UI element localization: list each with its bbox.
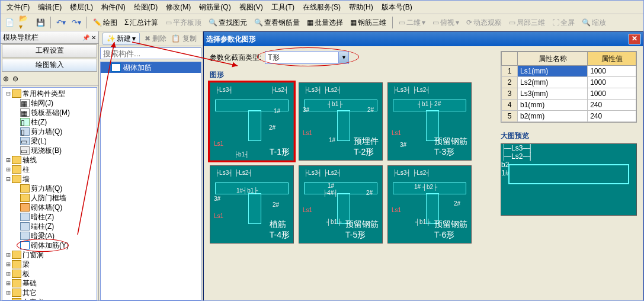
component-list[interactable]: 砌体加筋 [100, 62, 201, 300]
tree-node-axis[interactable]: 轴线 [23, 155, 37, 165]
type-label: 参数化截面类型: [210, 53, 261, 63]
menu-modify[interactable]: 修改(M) [162, 1, 194, 14]
preview-section: 大图预览 ├─Ls3─┤ ├─Ls2─┤ b2 1# [501, 130, 637, 216]
menu-component[interactable]: 构件(N) [98, 1, 129, 14]
search-input[interactable] [100, 47, 201, 59]
menu-tools[interactable]: 工具(T) [268, 1, 298, 14]
delete-button[interactable]: ✖ 删除 [145, 34, 166, 44]
shape-thumb-t4[interactable]: ├Ls3┤ ├Ls2┤ 3#1#┤b1├2# Ls1 植筋T-4形 [210, 165, 294, 244]
menu-floor[interactable]: 楼层(L) [66, 1, 97, 14]
tree-item[interactable]: 筏板基础(M) [31, 108, 70, 118]
app-window: 文件(F) 编辑(E) 楼层(L) 构件(N) 绘图(D) 修改(M) 钢筋量(… [0, 0, 644, 301]
tree-item[interactable]: 现浇板(B) [31, 146, 62, 156]
tree-item[interactable]: 端柱(Z) [31, 222, 54, 232]
draw-button[interactable]: ✏️ 绘图 [91, 18, 120, 28]
tree-item[interactable]: 柱(Z) [31, 117, 47, 127]
thumb-caption: 预埋件T-2形 [354, 136, 379, 158]
batch-button[interactable]: ▦ 批量选择 [305, 18, 345, 28]
sum-button[interactable]: Σ 汇总计算 [122, 18, 161, 28]
nav-header: 模块导航栏 📌 ✕ [1, 31, 98, 44]
close-icon[interactable]: ✕ [629, 34, 640, 44]
copy-button[interactable]: 📋 复制 [171, 34, 196, 44]
menu-version[interactable]: 版本号(B) [378, 1, 416, 14]
menu-view[interactable]: 视图(V) [236, 1, 267, 14]
expand-icon[interactable]: ⊕ [3, 75, 9, 83]
find-button[interactable]: 🔍 查找图元 [206, 18, 249, 28]
tree-node-column[interactable]: 柱 [23, 165, 30, 175]
tree-item[interactable]: 轴网(J) [31, 98, 53, 108]
tree-item-selected[interactable]: 砌体加筋(Y) [31, 241, 69, 251]
menu-draw[interactable]: 绘图(D) [130, 1, 162, 14]
tree-item[interactable]: 梁(L) [31, 136, 47, 146]
pin-icon[interactable]: 📌 ✕ [82, 34, 96, 41]
nav-mini-toolbar: ⊕ ⊖ [1, 72, 98, 86]
nav-title: 模块导航栏 [3, 33, 39, 43]
flat-button[interactable]: ▭ 平齐板顶 [163, 18, 204, 28]
col-prop-name: 属性名称 [518, 52, 588, 66]
topview-button[interactable]: ▭ 俯视 ▾ [430, 18, 462, 28]
rebar3d-button[interactable]: ▦ 钢筋三维 [348, 18, 389, 28]
2d-button[interactable]: ▭ 二维 ▾ [396, 18, 428, 28]
shape-thumb-t5[interactable]: ├Ls3┤ ├Ls2┤ ├4#┤1#2# ┤b1├ Ls1 预留钢筋T-5形 [299, 165, 383, 244]
menu-online[interactable]: 在线服务(S) [299, 1, 344, 14]
tree-item[interactable]: 砌体墙(Q) [31, 203, 62, 213]
zoom-button[interactable]: 🔍 缩放 [579, 18, 608, 28]
tree-node[interactable]: 梁 [23, 260, 30, 270]
main-area: 模块导航栏 📌 ✕ 工程设置 绘图输入 ⊕ ⊖ ⊟常用构件类型 ▦轴网(J) ▦… [1, 31, 643, 301]
nav-panel: 模块导航栏 📌 ✕ 工程设置 绘图输入 ⊕ ⊖ ⊟常用构件类型 ▦轴网(J) ▦… [1, 31, 99, 301]
new-icon[interactable]: 📄 [3, 16, 16, 29]
tree-node[interactable]: 板 [23, 269, 30, 279]
tree-item[interactable]: 暗柱(Z) [31, 212, 54, 222]
table-row[interactable]: 5b2(mm)240 [502, 111, 636, 122]
chevron-down-icon[interactable]: ▼ [338, 52, 348, 63]
thumb-caption: 预留钢筋T-5形 [345, 219, 379, 241]
thumb-caption: T-1形 [270, 147, 290, 158]
redo-icon[interactable]: ↷▾ [70, 16, 83, 29]
component-tree[interactable]: ⊟常用构件类型 ▦轴网(J) ▦筏板基础(M) ▯柱(Z) ▯剪力墙(Q) ▭梁… [2, 87, 97, 300]
tree-item[interactable]: 人防门框墙 [31, 193, 66, 203]
tree-item[interactable]: 暗梁(A) [31, 231, 55, 241]
shape-thumb-t3[interactable]: ├Ls3┤ ├Ls2┤ ┤b1├ 2# Ls1 3# 预留钢筋T-3形 [387, 82, 472, 161]
toolbar: 📄 📂▾ 💾 ↶▾ ↷▾ ✏️ 绘图 Σ 汇总计算 ▭ 平齐板顶 🔍 查找图元 … [1, 14, 643, 31]
menu-help[interactable]: 帮助(H) [345, 1, 377, 14]
tree-item[interactable]: 剪力墙(Q) [31, 184, 62, 194]
table-row[interactable]: 2Ls2(mm)1000 [502, 77, 636, 88]
shape-thumb-t6[interactable]: ├Ls3┤ ├Ls2┤ 1# ┤b2├2# ┤b1├ Ls1 预留钢筋T-6形 [387, 165, 472, 244]
table-row[interactable]: 1Ls1(mm)1000 [502, 66, 636, 77]
preview-label: 大图预览 [501, 131, 637, 141]
thumb-caption: 植筋T-4形 [270, 219, 290, 241]
tree-item[interactable]: 剪力墙(Q) [31, 127, 62, 137]
undo-icon[interactable]: ↶▾ [55, 16, 68, 29]
table-row[interactable]: 4b1(mm)240 [502, 100, 636, 111]
tree-node[interactable]: 基础 [23, 278, 37, 289]
tab-draw-input[interactable]: 绘图输入 [2, 59, 97, 72]
separator [392, 17, 393, 28]
local3d-button[interactable]: ▭ 局部三维 [507, 18, 547, 28]
fullscreen-button[interactable]: ⛶ 全屏 [550, 18, 577, 28]
property-table[interactable]: 属性名称属性值 1Ls1(mm)1000 2Ls2(mm)1000 3Ls3(m… [501, 51, 637, 123]
save-icon[interactable]: 💾 [34, 16, 47, 29]
tree-root[interactable]: 常用构件类型 [23, 89, 65, 99]
tree-node[interactable]: 其它 [23, 288, 37, 298]
tree-node[interactable]: 门窗洞 [23, 250, 44, 260]
menu-edit[interactable]: 编辑(E) [34, 1, 65, 14]
tree-node-wall[interactable]: 墙 [23, 174, 30, 184]
shape-thumb-t1[interactable]: ├Ls3┤├Ls2┤ 1# 2# Ls1 ├b1┤ T-1形 [210, 82, 294, 161]
collapse-icon[interactable]: ⊖ [12, 75, 18, 83]
tree-node[interactable]: 自定义 [23, 297, 44, 301]
menu-bar: 文件(F) 编辑(E) 楼层(L) 构件(N) 绘图(D) 修改(M) 钢筋量(… [1, 1, 643, 14]
separator [50, 17, 51, 28]
menu-file[interactable]: 文件(F) [3, 1, 33, 14]
orbit-button[interactable]: ⟳ 动态观察 [464, 18, 504, 28]
tab-project-settings[interactable]: 工程设置 [2, 44, 97, 57]
new-button[interactable]: ✨ 新建 ▾ [102, 33, 140, 45]
dialog-titlebar: 选择参数化图形 ✕ [204, 32, 643, 46]
open-icon[interactable]: 📂▾ [18, 16, 31, 29]
list-item[interactable]: 砌体加筋 [101, 62, 201, 73]
type-combo[interactable]: T形 ▼ [265, 51, 349, 64]
rebar-qty-button[interactable]: 🔍 查看钢筋量 [252, 18, 302, 28]
shape-thumb-t2[interactable]: ├Ls3┤ ├Ls2┤ 3#┤b1├2# 1# Ls1 预埋件T-2形 [299, 82, 383, 161]
menu-rebar[interactable]: 钢筋量(Q) [196, 1, 234, 14]
col-prop-value: 属性值 [588, 52, 636, 66]
table-row[interactable]: 3Ls3(mm)1000 [502, 88, 636, 100]
